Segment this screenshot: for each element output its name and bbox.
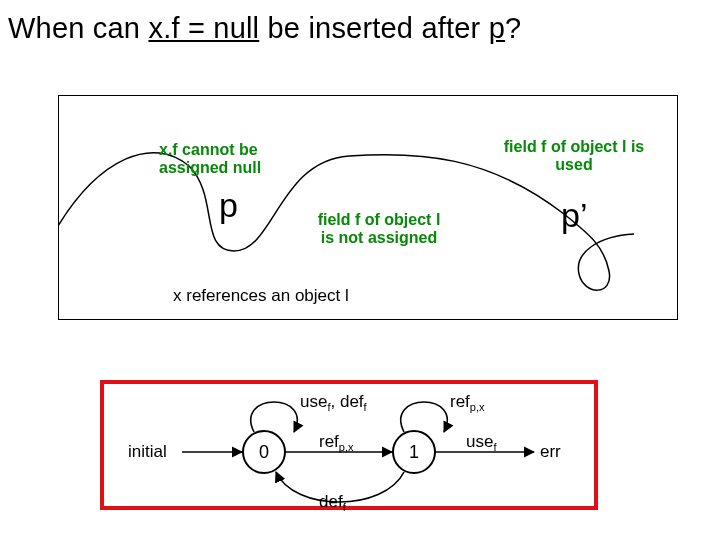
title-part1: When can (8, 12, 148, 44)
label-p-prime: p’ (561, 196, 587, 235)
page-title: When can x.f = null be inserted after p? (0, 0, 720, 45)
edge-mid-label: refp,x (319, 432, 354, 453)
state-0: 0 (242, 430, 286, 474)
note-not-assigned: field f of object l is not assigned (304, 211, 454, 248)
state-err: err (540, 442, 561, 462)
automaton-panel: initial 0 1 err usef, deff refp,x deff r… (100, 380, 598, 510)
title-underline-2: p (489, 12, 505, 44)
edge-top-label: usef, deff (300, 392, 367, 413)
state-1: 1 (392, 430, 436, 474)
top-panel: x.f cannot be assigned null p field f of… (58, 95, 678, 320)
label-initial: initial (128, 442, 167, 462)
title-underline-1: x.f = null (148, 12, 259, 44)
edge-bot-label: deff (319, 492, 346, 513)
edge-right-self-label: refp,x (450, 392, 485, 413)
state-1-label: 1 (409, 442, 419, 462)
title-part3: ? (505, 12, 521, 44)
note-cannot-assign: x.f cannot be assigned null (159, 141, 261, 178)
state-0-label: 0 (259, 442, 269, 462)
note-field-used: field f of object l is used (489, 138, 659, 175)
title-part2: be inserted after (259, 12, 489, 44)
note-x-references: x references an object l (173, 286, 349, 306)
label-p: p (219, 186, 238, 225)
edge-err-label: usef (466, 432, 496, 453)
